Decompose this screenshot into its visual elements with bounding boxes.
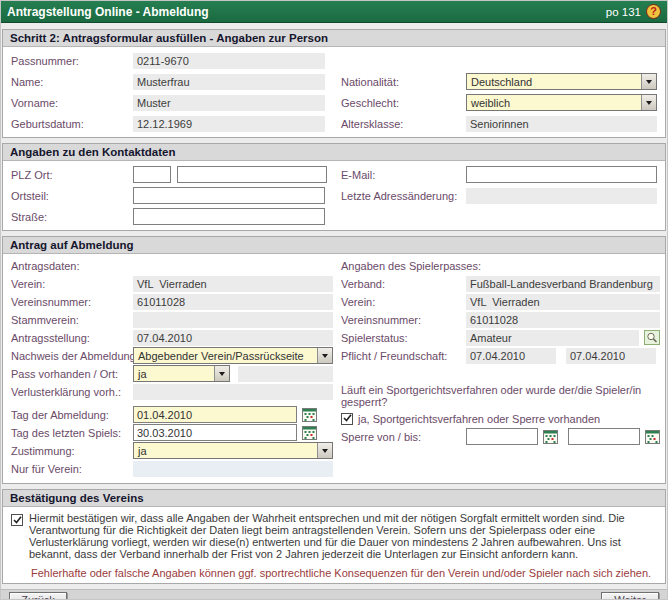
section-person-title: Schritt 2: Antragsformular ausfüllen - A… bbox=[3, 30, 665, 47]
email-input[interactable] bbox=[466, 166, 657, 183]
pass-vorhanden-label: Pass vorhanden / Ort: bbox=[11, 368, 133, 380]
ortsteil-input[interactable] bbox=[133, 187, 325, 204]
spielerstatus-value: Amateur bbox=[466, 330, 639, 346]
pass-vorhanden-selected-value: ja bbox=[134, 368, 214, 380]
back-button[interactable]: Zurück bbox=[9, 592, 67, 600]
name-value: Musterfrau bbox=[133, 74, 325, 90]
tag-letztes-spiel-input[interactable] bbox=[133, 424, 297, 441]
geschlecht-label: Geschlecht: bbox=[333, 97, 466, 109]
verband-label: Verband: bbox=[341, 278, 466, 290]
geburtsdatum-value: 12.12.1969 bbox=[133, 116, 325, 132]
chevron-down-icon[interactable] bbox=[214, 366, 229, 381]
form-content: Schritt 2: Antragsformular ausfüllen - A… bbox=[1, 23, 667, 589]
antrag-right-column: Angaben des Spielerpasses: Verband: Fußb… bbox=[333, 258, 660, 479]
chevron-down-icon[interactable] bbox=[317, 443, 332, 458]
bestaetigung-text: Hiermit bestätigen wir, dass alle Angabe… bbox=[29, 512, 657, 560]
antragsdaten-group-label: Antragsdaten: bbox=[11, 260, 80, 272]
tag-abmeldung-label: Tag der Abmeldung: bbox=[11, 409, 133, 421]
verlusterklaerung-label: Verlusterklärung vorh.: bbox=[11, 386, 133, 398]
sperre-bis-input[interactable] bbox=[568, 428, 640, 445]
sperre-von-input[interactable] bbox=[466, 428, 538, 445]
altersklasse-value: Seniorinnen bbox=[466, 116, 657, 132]
chevron-down-icon[interactable] bbox=[317, 348, 332, 363]
adressaenderung-value bbox=[466, 188, 657, 204]
pass-vereinsnummer-label: Vereinsnummer: bbox=[341, 314, 466, 326]
pflicht-date-value: 07.04.2010 bbox=[466, 348, 556, 364]
geschlecht-select[interactable]: weiblich bbox=[466, 94, 657, 111]
pass-verein-value: VfL Vierraden bbox=[466, 294, 660, 310]
plz-input[interactable] bbox=[133, 166, 171, 183]
passnummer-label: Passnummer: bbox=[11, 55, 133, 67]
geburtsdatum-label: Geburtsdatum: bbox=[11, 118, 133, 130]
passnummer-value: 0211-9670 bbox=[133, 53, 325, 69]
chevron-down-icon[interactable] bbox=[641, 74, 656, 89]
verein-label: Verein: bbox=[11, 278, 133, 290]
sportgericht-checkbox[interactable] bbox=[341, 413, 353, 425]
nur-fuer-verein-label: Nur für Verein: bbox=[11, 463, 133, 475]
strasse-label: Straße: bbox=[11, 211, 133, 223]
person-grid: Passnummer: 0211-9670 Name: Musterfrau N… bbox=[3, 47, 665, 137]
warning-text: Fehlerhafte oder falsche Angaben können … bbox=[31, 567, 657, 579]
chevron-down-icon[interactable] bbox=[641, 95, 656, 110]
freundschaft-date-value: 07.04.2010 bbox=[566, 348, 656, 364]
section-bestaetigung-title: Bestätigung des Vereins bbox=[3, 490, 665, 507]
calendar-icon[interactable] bbox=[543, 430, 558, 444]
bestaetigung-checkbox[interactable] bbox=[11, 514, 23, 526]
geschlecht-selected-value: weiblich bbox=[467, 97, 641, 109]
kontakt-grid: PLZ Ort: E-Mail: Ortsteil: Letzte Adress… bbox=[3, 161, 665, 230]
tag-abmeldung-input[interactable] bbox=[133, 406, 297, 423]
pass-verein-label: Verein: bbox=[341, 296, 466, 308]
next-button[interactable]: Weiter bbox=[601, 592, 659, 600]
vorname-label: Vorname: bbox=[11, 97, 133, 109]
ort-input[interactable] bbox=[177, 166, 327, 183]
sportgericht-question: Läuft ein Sportgerichtsverfahren oder wu… bbox=[341, 384, 660, 408]
zustimmung-select[interactable]: ja bbox=[133, 442, 333, 459]
nationalitaet-select[interactable]: Deutschland bbox=[466, 73, 657, 90]
altersklasse-label: Altersklasse: bbox=[333, 118, 466, 130]
application-window: Antragstellung Online - Abmeldung po 131… bbox=[0, 0, 668, 600]
page-code: po 131 bbox=[606, 6, 641, 18]
zustimmung-label: Zustimmung: bbox=[11, 445, 133, 457]
lookup-icon[interactable] bbox=[644, 330, 660, 345]
nachweis-select[interactable]: Abgebender Verein/Passrückseite bbox=[133, 347, 333, 364]
pass-vereinsnummer-value: 61011028 bbox=[466, 312, 660, 328]
nur-fuer-verein-value bbox=[133, 461, 333, 477]
adressaenderung-label: Letzte Adressänderung: bbox=[333, 190, 466, 202]
page-title: Antragstellung Online - Abmeldung bbox=[7, 5, 606, 19]
sperre-von-bis-label: Sperre von / bis: bbox=[341, 431, 466, 443]
calendar-icon[interactable] bbox=[302, 426, 317, 440]
titlebar: Antragstellung Online - Abmeldung po 131 bbox=[1, 1, 667, 23]
stammverein-value bbox=[133, 312, 333, 328]
strasse-input[interactable] bbox=[133, 208, 325, 225]
footer-bar: Zurück Weiter bbox=[1, 589, 667, 600]
tag-letztes-spiel-label: Tag des letzten Spiels: bbox=[11, 427, 133, 439]
calendar-icon[interactable] bbox=[302, 408, 317, 422]
section-antrag: Antrag auf Abmeldung Antragsdaten: Verei… bbox=[2, 236, 666, 484]
section-kontakt-title: Angaben zu den Kontaktdaten bbox=[3, 144, 665, 161]
section-antrag-title: Antrag auf Abmeldung bbox=[3, 237, 665, 254]
pass-ort-value bbox=[238, 366, 333, 382]
vereinsnummer-value: 61011028 bbox=[133, 294, 333, 310]
section-kontakt: Angaben zu den Kontaktdaten PLZ Ort: E-M… bbox=[2, 143, 666, 231]
email-label: E-Mail: bbox=[333, 169, 466, 181]
section-bestaetigung: Bestätigung des Vereins Hiermit bestätig… bbox=[2, 489, 666, 584]
ortsteil-label: Ortsteil: bbox=[11, 190, 133, 202]
nationalitaet-label: Nationalität: bbox=[333, 76, 466, 88]
nachweis-label: Nachweis der Abmeldung: bbox=[11, 350, 133, 362]
vorname-value: Muster bbox=[133, 95, 325, 111]
section-person: Schritt 2: Antragsformular ausfüllen - A… bbox=[2, 29, 666, 138]
help-icon[interactable] bbox=[646, 4, 661, 19]
spielerpass-group-label: Angaben des Spielerpasses: bbox=[341, 260, 481, 272]
antragsstellung-value: 07.04.2010 bbox=[133, 330, 333, 346]
pass-vorhanden-select[interactable]: ja bbox=[133, 365, 230, 382]
vereinsnummer-label: Vereinsnummer: bbox=[11, 296, 133, 308]
plz-ort-label: PLZ Ort: bbox=[11, 169, 133, 181]
antragsstellung-label: Antragsstellung: bbox=[11, 332, 133, 344]
verein-value: VfL Vierraden bbox=[133, 276, 333, 292]
pflicht-freundschaft-label: Pflicht / Freundschaft: bbox=[341, 350, 466, 362]
name-label: Name: bbox=[11, 76, 133, 88]
antrag-left-column: Antragsdaten: Verein: VfL Vierraden Vere… bbox=[11, 258, 333, 479]
stammverein-label: Stammverein: bbox=[11, 314, 133, 326]
calendar-icon[interactable] bbox=[645, 430, 660, 444]
sportgericht-checkbox-label: ja, Sportgerichtsverfahren oder Sperre v… bbox=[358, 413, 600, 425]
